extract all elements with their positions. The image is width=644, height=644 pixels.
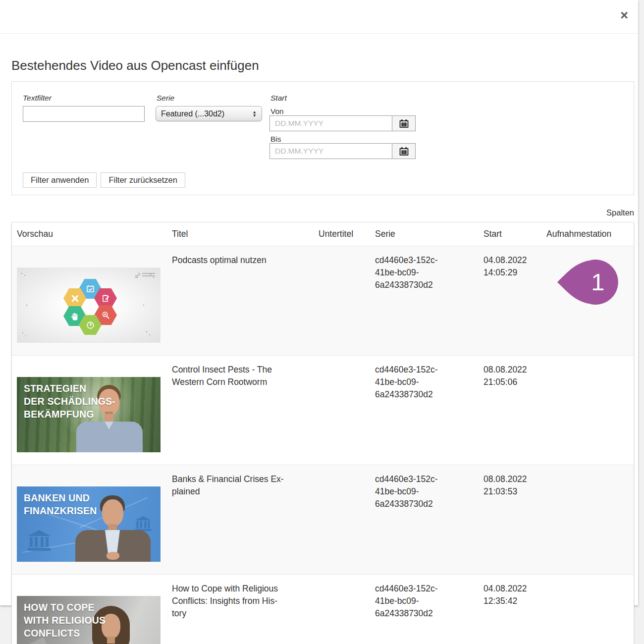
bis-date-input[interactable] — [269, 143, 392, 159]
series-cell: cd4460e3-152c- 41be-bc09- 6a24338730d2 — [370, 356, 479, 465]
title-cell[interactable]: How to Cope with Religious Conflicts: In… — [167, 575, 314, 644]
page-title: Bestehendes Video aus Opencast einfügen — [11, 58, 638, 73]
series-cell: cd4460e3-152c- 41be-bc09- 6a24338730d2 — [370, 246, 479, 355]
serie-select[interactable]: Featured (...30d2) ▲ ▼ — [156, 106, 262, 121]
title-cell[interactable]: Banks & Financial Crises Ex- plained — [167, 465, 314, 574]
university-logo: ub — [135, 271, 155, 280]
station-cell — [541, 356, 634, 465]
bank-icon — [28, 530, 51, 551]
person-neck — [107, 637, 115, 644]
bis-calendar-button[interactable] — [392, 143, 416, 159]
bank-icon — [135, 516, 152, 531]
calendar-check-icon — [86, 284, 95, 294]
subtitle-cell — [314, 356, 370, 465]
clock-icon — [86, 321, 95, 330]
dialog-content: Bestehendes Video aus Opencast einfügen … — [0, 58, 638, 644]
decorative-specks — [21, 273, 22, 274]
clipboard-pen-icon — [101, 294, 110, 303]
column-header-aufnahmestation: Aufnahmestation — [541, 229, 634, 239]
hand-icon — [70, 312, 79, 321]
von-label: Von — [270, 107, 284, 116]
series-cell: cd4460e3-152c- 41be-bc09- 6a24338730d2 — [370, 465, 479, 574]
table-row[interactable]: ub — [12, 246, 634, 355]
column-header-titel: Titel — [167, 229, 314, 239]
start-label: Start — [270, 94, 287, 103]
start-cell: 08.08.2022 21:03:53 — [479, 465, 541, 574]
dialog-header: × — [0, 0, 638, 34]
subtitle-cell — [314, 575, 370, 644]
calendar-icon — [399, 119, 409, 128]
thumbnail-cell: ub — [12, 246, 167, 355]
close-icon[interactable]: × — [620, 9, 628, 22]
calendar-icon — [399, 147, 409, 156]
start-cell: 08.08.2022 21:05:06 — [479, 356, 541, 465]
select-arrows-icon: ▲ ▼ — [253, 110, 257, 116]
filter-buttons: Filter anwenden Filter zurücksetzen — [23, 172, 185, 188]
reset-filter-button[interactable]: Filter zurücksetzen — [101, 172, 185, 188]
video-thumbnail[interactable]: ub — [17, 268, 161, 343]
von-date-group — [269, 115, 416, 131]
column-header-serie: Serie — [370, 229, 479, 239]
subtitle-cell — [314, 465, 370, 574]
table-row[interactable]: STRATEGIEN DER SCHÄDLINGS- BEKÄMPFUNG Co… — [12, 355, 634, 465]
videos-table: Vorschau Titel Untertitel Serie Start Au… — [11, 222, 634, 644]
video-thumbnail[interactable]: HOW TO COPE WITH RELIGIOUS CONFLICTS — [17, 596, 161, 644]
von-date-input[interactable] — [269, 115, 392, 131]
station-cell — [541, 465, 634, 574]
person-face — [102, 499, 123, 527]
textfilter-input[interactable] — [23, 106, 145, 122]
thumbnail-title-overlay: HOW TO COPE WITH RELIGIOUS CONFLICTS — [24, 601, 106, 640]
subtitle-cell — [314, 246, 370, 355]
thumbnail-title-overlay: BANKEN UND FINANZKRISEN — [24, 492, 97, 518]
column-header-start: Start — [479, 229, 541, 239]
table-header: Vorschau Titel Untertitel Serie Start Au… — [12, 222, 634, 246]
series-cell: cd4460e3-152c- 41be-bc09- 6a24338730d2 — [370, 575, 479, 644]
thumbnail-cell: HOW TO COPE WITH RELIGIOUS CONFLICTS — [12, 575, 167, 644]
thumbnail-cell: BANKEN UND FINANZKRISEN — [12, 465, 167, 574]
spalten-link[interactable]: Spalten — [606, 208, 634, 217]
thumbnail-cell: STRATEGIEN DER SCHÄDLINGS- BEKÄMPFUNG — [12, 356, 167, 465]
station-cell — [541, 575, 634, 644]
start-cell: 04.08.2022 14:05:29 — [479, 246, 541, 355]
magnifier-icon — [101, 311, 110, 320]
serie-select-value: Featured (...30d2) — [161, 109, 253, 118]
spalten-row: Spalten — [11, 208, 634, 217]
bis-label: Bis — [270, 135, 281, 144]
start-cell: 04.08.2022 12:35:42 — [479, 575, 541, 644]
filter-panel: Textfilter Serie Featured (...30d2) ▲ ▼ … — [11, 81, 634, 195]
textfilter-label: Textfilter — [23, 94, 52, 103]
table-row[interactable]: BANKEN UND FINANZKRISEN Banks & Financia… — [12, 465, 634, 574]
opencast-insert-dialog: × Bestehendes Video aus Opencast einfüge… — [0, 0, 638, 605]
person-hands — [107, 552, 119, 560]
column-header-vorschau: Vorschau — [12, 229, 167, 239]
step-marker: 1 — [556, 258, 621, 306]
table-row[interactable]: HOW TO COPE WITH RELIGIOUS CONFLICTS How… — [12, 574, 634, 644]
video-thumbnail[interactable]: STRATEGIEN DER SCHÄDLINGS- BEKÄMPFUNG — [17, 377, 161, 452]
step-marker-number: 1 — [588, 268, 608, 296]
title-cell[interactable]: Control Insect Pests - The Western Corn … — [167, 356, 314, 465]
von-calendar-button[interactable] — [392, 115, 416, 131]
column-header-untertitel: Untertitel — [314, 229, 370, 239]
title-cell[interactable]: Podcasts optimal nutzen — [167, 246, 314, 355]
thumbnail-title-overlay: STRATEGIEN DER SCHÄDLINGS- BEKÄMPFUNG — [24, 382, 115, 421]
bis-date-group — [269, 143, 416, 159]
x-icon — [71, 294, 79, 303]
video-thumbnail[interactable]: BANKEN UND FINANZKRISEN — [17, 486, 161, 562]
serie-label: Serie — [157, 94, 174, 103]
apply-filter-button[interactable]: Filter anwenden — [23, 172, 97, 188]
